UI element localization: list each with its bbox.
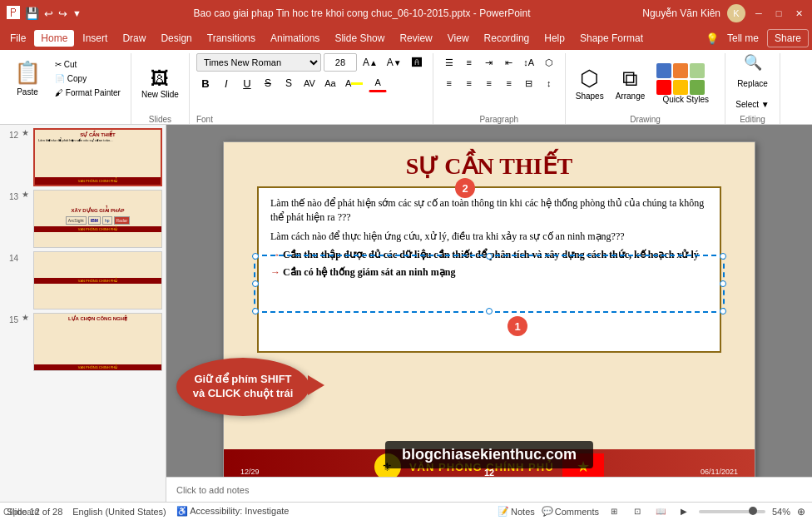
restore-button[interactable]: □: [772, 7, 785, 20]
zoom-fit-button[interactable]: ⊕: [797, 506, 805, 518]
underline-button[interactable]: U: [238, 74, 256, 92]
clipboard-label: Clipboard: [3, 506, 39, 517]
badge-2: 2: [455, 178, 475, 198]
find-button[interactable]: 🔍: [740, 53, 765, 72]
slide-inner-15: LỰA CHỌN CÔNG NGHỆ VĂN PHÒNG CHÍNH PHỦ: [34, 314, 161, 370]
new-slide-button[interactable]: 🖼 New Slide: [139, 66, 181, 102]
highlight-color-button[interactable]: A: [342, 74, 366, 92]
slide-panel[interactable]: 12 ★ SỰ CẦN THIẾT Làm thế nào để phát hi…: [0, 125, 166, 502]
slide-thumb-13[interactable]: 13 ★ XÂY DỰNG GIẢI PHÁP ArcSight IBM hp …: [3, 190, 162, 248]
strikethrough-button[interactable]: S: [259, 74, 277, 92]
clipboard-group: 📋 Paste ✂ Cut 📄 Copy 🖌 Format Painter Cl…: [0, 53, 131, 124]
zoom-thumb: [749, 507, 757, 515]
slide-preview-12[interactable]: SỰ CẦN THIẾT Làm thế nào để phát hiện sớ…: [33, 128, 162, 186]
close-button[interactable]: ✕: [792, 7, 805, 20]
increase-font-button[interactable]: A▲: [359, 53, 381, 72]
arrow-item-2: → Cần có hệ thống giám sát an ninh mạng: [270, 265, 708, 280]
menu-slideshow[interactable]: Slide Show: [328, 30, 391, 47]
justify-button[interactable]: ≡: [500, 74, 518, 92]
customize-icon[interactable]: ▼: [72, 8, 82, 18]
minimize-button[interactable]: ─: [752, 7, 765, 20]
slide-thumb-15[interactable]: 15 ★ LỰA CHỌN CÔNG NGHỆ VĂN PHÒNG CHÍNH …: [3, 313, 162, 371]
user-avatar[interactable]: K: [727, 4, 745, 22]
menu-animations[interactable]: Animations: [264, 30, 326, 47]
italic-button[interactable]: I: [217, 74, 235, 92]
menu-help[interactable]: Help: [537, 30, 572, 47]
menu-file[interactable]: File: [3, 30, 32, 47]
replace-button[interactable]: Replace: [734, 74, 771, 92]
reading-view-button[interactable]: 📖: [652, 505, 669, 518]
notes-button[interactable]: 📝 Notes: [498, 506, 535, 517]
convert-to-smartart-button[interactable]: ⬡: [540, 53, 558, 72]
tell-me[interactable]: Tell me: [720, 30, 765, 47]
arrange-icon: ⧉: [622, 66, 638, 92]
change-case-button[interactable]: Aa: [321, 74, 339, 92]
shapes-button[interactable]: ⬡ Shapes: [572, 62, 607, 104]
slide-preview-14[interactable]: VĂN PHÒNG CHÍNH PHỦ: [33, 251, 162, 310]
bold-button[interactable]: B: [196, 74, 215, 92]
zoom-slider[interactable]: [699, 510, 765, 513]
columns-button[interactable]: ⊟: [520, 74, 538, 92]
menu-bar: File Home Insert Draw Design Transitions…: [0, 27, 812, 50]
decrease-indent-button[interactable]: ⇤: [500, 53, 518, 72]
slide-thumb-14[interactable]: 14 VĂN PHÒNG CHÍNH PHỦ: [3, 251, 162, 310]
menu-review[interactable]: Review: [393, 30, 438, 47]
slide-num-13: 13: [3, 190, 18, 201]
format-painter-button[interactable]: 🖌 Format Painter: [52, 87, 124, 99]
select-button[interactable]: Select ▼: [732, 95, 772, 113]
redo-icon[interactable]: ↪: [58, 7, 67, 20]
save-icon[interactable]: 💾: [25, 7, 39, 20]
menu-insert[interactable]: Insert: [76, 30, 114, 47]
canvas-area: SỰ CẦN THIẾT Làm thế nào để phát hiện sớ…: [166, 125, 812, 502]
numbering-button[interactable]: ≡: [460, 53, 478, 72]
normal-view-button[interactable]: ⊞: [606, 505, 622, 518]
slide-preview-15[interactable]: LỰA CHỌN CÔNG NGHỆ VĂN PHÒNG CHÍNH PHỦ: [33, 313, 162, 371]
menu-recording[interactable]: Recording: [478, 30, 537, 47]
align-right-button[interactable]: ≡: [480, 74, 498, 92]
menu-transitions[interactable]: Transitions: [201, 30, 262, 47]
quick-styles-button[interactable]: Quick Styles: [653, 60, 718, 107]
decrease-font-button[interactable]: A▼: [384, 53, 405, 72]
content-area[interactable]: Làm thế nào để phát hiện sớm các sự cố a…: [240, 186, 738, 353]
status-right: 📝 Notes 💬 Comments ⊞ ⊡ 📖 ▶ 54% ⊕: [498, 505, 805, 518]
menu-shape-format[interactable]: Shape Format: [573, 30, 650, 47]
arrange-button[interactable]: ⧉ Arrange: [612, 62, 649, 104]
main-slide: SỰ CẦN THIẾT Làm thế nào để phát hiện sớ…: [223, 141, 755, 485]
line-spacing-button[interactable]: ↕: [540, 74, 558, 92]
slide-thumb-12[interactable]: 12 ★ SỰ CẦN THIẾT Làm thế nào để phát hi…: [3, 128, 162, 186]
slide-star-13: ★: [22, 190, 30, 199]
menu-home[interactable]: Home: [34, 30, 74, 47]
font-color-button[interactable]: A: [369, 74, 387, 92]
align-center-button[interactable]: ≡: [460, 74, 478, 92]
undo-icon[interactable]: ↩: [44, 7, 53, 20]
add-notes[interactable]: Click to add notes: [166, 477, 812, 502]
slide-sorter-button[interactable]: ⊡: [629, 505, 646, 518]
slide-num-15: 15: [3, 313, 18, 324]
align-left-button[interactable]: ≡: [440, 74, 458, 92]
accessibility-icon: ♿: [176, 506, 188, 516]
font-size-input[interactable]: 28: [324, 53, 357, 72]
main-area: 12 ★ SỰ CẦN THIẾT Làm thế nào để phát hi…: [0, 125, 812, 502]
bullets-button[interactable]: ☰: [440, 53, 458, 72]
increase-indent-button[interactable]: ⇥: [480, 53, 498, 72]
paste-button[interactable]: 📋 Paste: [7, 57, 48, 100]
content-para-1: Làm thế nào để phát hiện sớm các sự cố a…: [270, 196, 708, 225]
menu-draw[interactable]: Draw: [116, 30, 152, 47]
text-direction-button[interactable]: ↕A: [520, 53, 538, 72]
menu-view[interactable]: View: [441, 30, 476, 47]
font-family-select[interactable]: Times New Roman: [196, 53, 321, 72]
cut-button[interactable]: ✂ Cut: [52, 58, 124, 71]
font-label: Font: [196, 113, 213, 124]
slide-content-box[interactable]: Làm thế nào để phát hiện sớm các sự cố a…: [257, 186, 721, 353]
slide-preview-13[interactable]: XÂY DỰNG GIẢI PHÁP ArcSight IBM hp Radar…: [33, 190, 162, 248]
share-button[interactable]: Share: [767, 29, 809, 47]
menu-design[interactable]: Design: [154, 30, 198, 47]
clear-format-button[interactable]: 🅰: [408, 53, 426, 72]
character-spacing-button[interactable]: AV: [300, 74, 319, 92]
text-shadow-button[interactable]: S: [280, 74, 298, 92]
notes-icon: 📝: [498, 506, 509, 517]
comments-button[interactable]: 💬 Comments: [542, 506, 599, 517]
slide-page-date: 06/11/2021: [701, 468, 738, 476]
copy-button[interactable]: 📄 Copy: [52, 72, 124, 85]
slideshow-view-button[interactable]: ▶: [676, 505, 692, 518]
